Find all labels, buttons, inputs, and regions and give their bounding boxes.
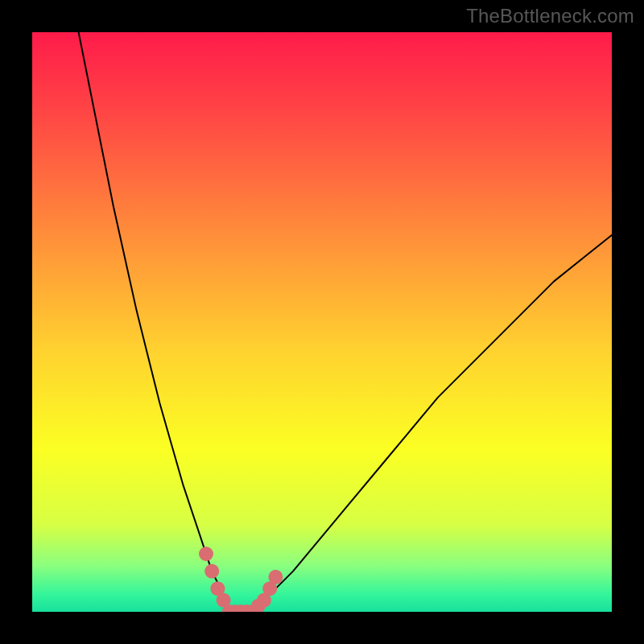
bottleneck-curve [79, 32, 612, 612]
optimal-marker [268, 570, 283, 584]
plot-area [32, 32, 612, 612]
optimal-marker [204, 564, 219, 579]
curve-layer [32, 32, 612, 612]
chart-frame: TheBottleneck.com [0, 0, 644, 644]
attribution-label: TheBottleneck.com [466, 5, 634, 27]
optimal-markers [199, 547, 283, 612]
optimal-marker [199, 547, 213, 561]
